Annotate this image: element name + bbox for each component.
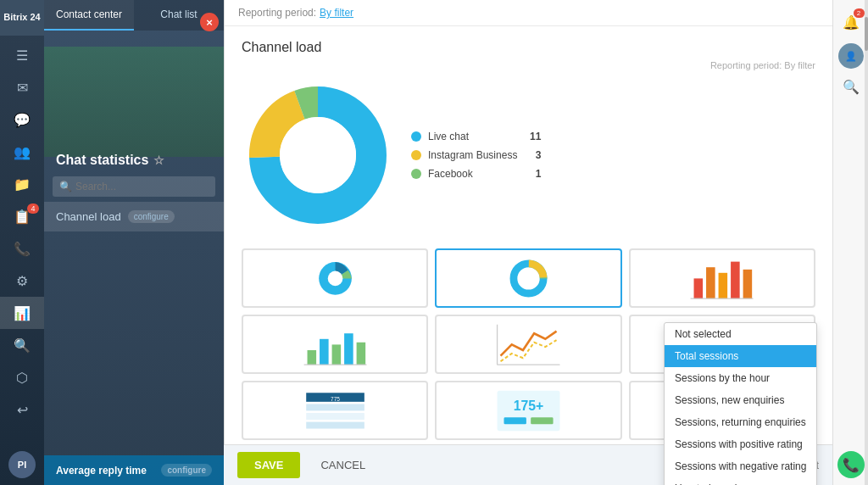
legend-dot-livechat	[411, 131, 421, 142]
svg-rect-35	[531, 417, 553, 424]
svg-point-6	[327, 270, 342, 286]
left-panel-tabs: Contact center Chat list	[44, 0, 224, 31]
search-box[interactable]: 🔍	[53, 176, 215, 197]
donut-svg	[242, 79, 394, 231]
widget-pie-blue[interactable]	[242, 248, 428, 308]
right-icon-phone-green[interactable]: 📞	[837, 451, 865, 478]
legend-item-instagram: Instagram Business 3	[411, 149, 541, 161]
svg-point-4	[280, 117, 356, 193]
legend-item-facebook: Facebook 1	[411, 168, 541, 180]
donut-chart	[242, 79, 394, 231]
dropdown-item-new-enquiries[interactable]: Sessions, new enquiries	[665, 389, 816, 411]
widget-svg-4	[262, 322, 409, 367]
svg-rect-11	[694, 278, 704, 298]
dropdown-item-negative-rating[interactable]: Sessions with negative rating	[665, 455, 816, 477]
dropdown-item-unrated[interactable]: Unrated sessions	[665, 477, 816, 485]
cancel-button[interactable]: CANCEL	[309, 452, 377, 478]
sidebar: Bitrix 24 ☰ ✉ 💬 👥 📁 📋 4 📞 ⚙ 📊 🔍 ⬡ ↩ PI	[0, 0, 44, 485]
sidebar-icon-files[interactable]: 📁	[0, 168, 44, 200]
panel-visual-spacer	[44, 31, 224, 141]
svg-rect-14	[731, 261, 740, 298]
sidebar-icon-contacts[interactable]: 👥	[0, 136, 44, 168]
widget-svg-8: 175+	[455, 388, 602, 433]
search-input[interactable]	[75, 181, 209, 192]
metric-dropdown: Not selected Total sessions Sessions by …	[664, 322, 817, 485]
tab-contact-center[interactable]: Contact center	[44, 0, 134, 31]
left-panel: Contact center Chat list Chat statistics…	[44, 0, 224, 485]
right-icon-search[interactable]: 🔍	[836, 71, 866, 102]
sidebar-icon-search[interactable]: 🔍	[0, 329, 44, 361]
tasks-badge: 4	[27, 203, 39, 214]
widget-svg-2	[455, 256, 602, 301]
svg-rect-20	[344, 333, 353, 365]
svg-rect-15	[743, 269, 753, 298]
right-panel: 🔔 2 👤 🔍 📞	[832, 0, 868, 485]
svg-rect-19	[331, 344, 341, 365]
widget-bar-orange[interactable]	[629, 248, 815, 308]
sidebar-item-channel-load[interactable]: Channel load configure	[44, 202, 224, 231]
chart-row: Live chat 11 Instagram Business 3 Facebo…	[242, 79, 815, 231]
widget-line-orange[interactable]	[435, 315, 621, 374]
svg-point-10	[520, 269, 537, 287]
widget-svg-5	[455, 322, 602, 367]
legend-dot-instagram	[411, 150, 421, 160]
svg-text:775: 775	[331, 395, 340, 401]
sidebar-icon-extra1[interactable]: ⬡	[0, 361, 44, 393]
top-bar: Reporting period: By filter	[225, 0, 832, 26]
sidebar-nav: ☰ ✉ 💬 👥 📁 📋 4 📞 ⚙ 📊 🔍 ⬡ ↩	[0, 36, 44, 451]
dropdown-item-positive-rating[interactable]: Sessions with positive rating	[665, 433, 816, 455]
legend-item-livechat: Live chat 11	[411, 131, 541, 142]
right-icon-bell[interactable]: 🔔 2	[836, 7, 866, 37]
sidebar-bottom: PI	[8, 451, 36, 485]
search-icon: 🔍	[59, 181, 72, 192]
sidebar-icon-phone[interactable]: 📞	[0, 232, 44, 265]
svg-rect-28	[306, 404, 364, 410]
svg-text:175+: 175+	[514, 399, 544, 413]
sidebar-icon-tasks[interactable]: 📋 4	[0, 200, 44, 232]
sidebar-icon-mail[interactable]: ✉	[0, 71, 44, 103]
svg-rect-21	[356, 342, 365, 364]
dropdown-item-total-sessions[interactable]: Total sessions	[665, 345, 816, 367]
svg-rect-30	[306, 421, 364, 428]
right-icon-user[interactable]: 👤	[836, 39, 866, 70]
star-icon[interactable]: ☆	[153, 153, 164, 167]
right-avatar[interactable]: 👤	[838, 43, 864, 69]
legend-dot-facebook	[411, 169, 421, 179]
svg-rect-12	[706, 267, 715, 298]
sidebar-icon-menu[interactable]: ☰	[0, 39, 44, 71]
chart-legend: Live chat 11 Instagram Business 3 Facebo…	[411, 131, 541, 180]
widget-number-cyan[interactable]: 175+	[435, 381, 621, 440]
close-button[interactable]: ×	[200, 13, 219, 31]
dropdown-item-not-selected[interactable]: Not selected	[665, 323, 816, 345]
avg-configure-button[interactable]: configure	[161, 464, 212, 477]
dropdown-item-returning[interactable]: Sessions, returning enquiries	[665, 411, 816, 433]
sidebar-avatar[interactable]: PI	[8, 451, 36, 478]
sidebar-logo-area[interactable]: Bitrix 24	[0, 0, 44, 36]
svg-rect-13	[719, 272, 728, 298]
scroll-indicator	[865, 0, 868, 485]
sidebar-icon-extra2[interactable]: ↩	[0, 393, 44, 426]
app-title: Bitrix 24	[3, 12, 40, 23]
save-button[interactable]: SAVE	[237, 452, 300, 478]
widget-donut-teal[interactable]	[435, 248, 621, 308]
avg-reply-section[interactable]: Average reply time configure	[44, 455, 224, 485]
svg-rect-34	[504, 417, 526, 424]
svg-rect-18	[320, 338, 329, 364]
svg-rect-17	[307, 350, 316, 365]
svg-rect-29	[306, 413, 364, 420]
chart-title: Channel load	[242, 40, 815, 55]
chart-section: Channel load Reporting period: By filter	[225, 26, 832, 240]
widget-svg-7: 775	[262, 388, 409, 433]
sidebar-icon-chat[interactable]: 💬	[0, 103, 44, 136]
widget-table-blue[interactable]: 775	[242, 381, 428, 440]
configure-button[interactable]: configure	[128, 210, 175, 223]
sidebar-icon-settings[interactable]: ⚙	[0, 265, 44, 297]
filter-link[interactable]: By filter	[320, 7, 353, 19]
notification-badge: 2	[854, 8, 865, 18]
dropdown-item-sessions-hour[interactable]: Sessions by the hour	[665, 367, 816, 389]
sidebar-icon-analytics[interactable]: 📊	[0, 297, 44, 329]
widget-svg-3	[648, 256, 795, 301]
panel-title: Chat statistics ☆	[44, 141, 224, 171]
widget-bar-green[interactable]	[242, 315, 428, 374]
left-panel-content: Contact center Chat list Chat statistics…	[44, 0, 224, 231]
